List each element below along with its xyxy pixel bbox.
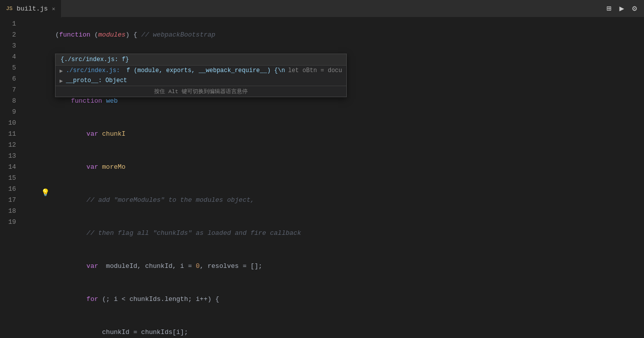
grid-icon[interactable]: ⊞ [604,3,613,15]
code-line-1: (function (modules) { // webpackBootstra… [24,19,644,52]
code-line-5: var moreMo [24,151,644,184]
code-line-6: // add "moreModules" to the modules obje… [24,184,644,217]
hover-popup-footer: 按住 Alt 键可切换到编辑器语言悬停 [56,86,346,97]
chevron-right-icon-1: ▶ [60,68,63,74]
hover-popup-right-text: let oBtn = docu [288,67,342,74]
hover-popup-proto: __proto__: Object [66,77,127,84]
hover-popup-row-1[interactable]: ▶ ./src/index.js: f (module, exports, __… [56,66,346,76]
hover-popup-header: {./src/index.js: f} [56,54,346,66]
run-icon[interactable]: ▶ [617,3,626,15]
code-line-8: var moduleId, chunkId, i = 0, resolves =… [24,250,644,283]
line-numbers: 1 2 3 4 5 6 7 8 9 10 11 12 13 14 15 16 1… [0,18,24,338]
settings-icon[interactable]: ⚙ [630,3,639,15]
lightbulb-icon[interactable]: 💡 [41,188,50,197]
hover-popup[interactable]: {./src/index.js: f} ▶ ./src/index.js: f … [55,54,347,97]
editor-area: 1 2 3 4 5 6 7 8 9 10 11 12 13 14 15 16 1… [0,18,644,338]
hover-popup-row-2[interactable]: ▶ __proto__: Object [56,76,346,86]
toolbar-right: ⊞ ▶ ⚙ [604,3,644,15]
hover-popup-path-1: ./src/index.js: [66,67,120,74]
hover-popup-header-text: {./src/index.js: f} [61,56,129,63]
hover-popup-fn: f (module, exports, __webpack_require__)… [123,67,285,74]
code-line-10: chunkId = chunkIds[i]; [24,316,644,338]
tab-bar: JS built.js ✕ ⊞ ▶ ⚙ [0,0,644,18]
file-icon: JS [6,6,13,12]
chevron-right-icon-2: ▶ [60,78,63,84]
hover-popup-footer-text: 按住 Alt 键可切换到编辑器语言悬停 [154,89,248,95]
tab-close-icon[interactable]: ✕ [52,6,56,12]
code-line-4: var chunkI [24,118,644,151]
tab-filename: built.js [17,5,48,13]
editor-tab[interactable]: JS built.js ✕ [0,0,62,18]
code-line-9: for (; i < chunkIds.length; i++) { [24,283,644,316]
code-line-7: // then flag all "chunkIds" as loaded an… [24,217,644,250]
